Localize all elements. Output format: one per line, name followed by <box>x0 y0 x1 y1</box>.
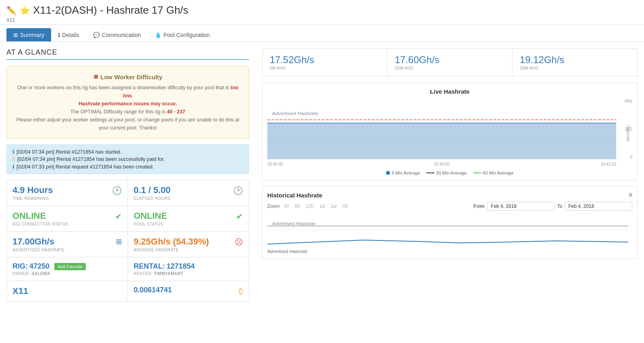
hashrate-30m: 19.12Gh/s 30M AVG <box>512 49 637 76</box>
summary-tab-icon: ⊞ <box>13 32 18 38</box>
stat-average-hashrate: 9.25Gh/s (54.39%) AVERAGE HASHRATE ☹ <box>128 232 249 257</box>
warning-icon: ⊗ <box>93 73 99 80</box>
page-header: ✏️ ⭐ X11-2(DASH) - Hashrate 17 Gh/s X11 <box>0 0 644 25</box>
legend-30min: 30 Min Average <box>426 170 466 175</box>
info-icon-1: ℹ <box>12 149 14 155</box>
tabs-bar: ⊞ Summary ℹ Details 💬 Communication 💧 Po… <box>0 25 644 42</box>
zoom-1w[interactable]: 1w <box>329 203 338 210</box>
star-icon[interactable]: ⭐ <box>20 6 30 15</box>
hashrate-15m-value: 17.60Gh/s <box>395 54 505 66</box>
notification-3: ℹ [02/04 07:33 pm] Rental request #12718… <box>12 164 243 170</box>
y-axis-title: Hashrate <box>626 125 630 142</box>
stat-time-remaining: 4.9 Hours TIME REMAINING 🕐 <box>7 180 128 205</box>
advertised-hashrate-value: 17.00Gh/s <box>12 236 122 247</box>
to-date-input[interactable] <box>565 202 632 211</box>
stat-elapsed-hours: 0.1 / 5.00 ELAPSED HOURS 🕐 <box>128 180 249 205</box>
checkmark-icon-1: ✔ <box>115 212 122 221</box>
live-chart-container: Live Hashrate 40G 20G 0 Hashrate A <box>262 83 638 181</box>
legend-line-30min <box>426 173 434 173</box>
zoom-6h[interactable]: 6h <box>293 203 301 210</box>
legend-label-30min: 30 Min Average <box>436 170 466 175</box>
rig-label: RIG: <box>12 262 28 271</box>
rental-renter: RENTER: TIMMYAMANT <box>134 271 243 276</box>
page-subtitle: X11 <box>6 17 638 23</box>
checkmark-icon-2: ✔ <box>236 212 243 221</box>
advertised-hashrate-label: ADVERTISED HASHRATE <box>12 248 122 252</box>
left-panel: AT A GLANCE ⊗ Low Worker Difficulty One … <box>0 42 256 308</box>
add-favorite-button[interactable]: Add Favorite <box>54 263 86 270</box>
sad-icon: ☹ <box>235 237 243 247</box>
section-title: AT A GLANCE <box>6 48 249 60</box>
y-label-40g: 40G <box>618 99 632 103</box>
from-label: From <box>473 203 485 209</box>
details-tab-icon: ℹ <box>58 32 60 38</box>
stat-rental: RENTAL: 1271854 RENTER: TIMMYAMANT <box>128 257 249 281</box>
hashrate-5m-label: 5M AVG <box>270 66 380 70</box>
hashrate-15m: 17.60Gh/s 15M AVG <box>388 49 512 76</box>
historical-chart-header: Historical Hashrate ≡ <box>267 191 632 199</box>
tab-pool-config[interactable]: 💧 Pool Configuration <box>148 28 217 41</box>
algo-value: X11 <box>12 286 122 296</box>
zoom-controls: Zoom 1h 6h 12h 1d 1w All <box>267 203 349 210</box>
notification-2: ₿ [02/04 07:34 pm] Rental #1271854 has b… <box>12 156 243 162</box>
menu-icon[interactable]: ≡ <box>629 191 632 199</box>
rental-label: RENTAL: <box>134 262 165 271</box>
warning-title: ⊗ Low Worker Difficulty <box>13 73 242 80</box>
rig-status-value: ONLINE <box>12 211 122 221</box>
communication-tab-label: Communication <box>102 32 141 38</box>
live-chart-svg: Advertised Hashrate <box>267 99 616 159</box>
rig-status-label: RIG CONNECTION STATUS <box>12 222 122 226</box>
svg-text:Advertised Hashrate: Advertised Hashrate <box>272 222 316 226</box>
zoom-1d[interactable]: 1d <box>318 203 326 210</box>
pool-status-value: ONLINE <box>134 211 243 221</box>
right-panel: 17.52Gh/s 5M AVG 17.60Gh/s 15M AVG 19.12… <box>256 42 644 308</box>
historical-chart-title: Historical Hashrate <box>267 192 322 199</box>
pool-status-label: POOL STATUS <box>134 222 243 226</box>
hashrate-15m-label: 15M AVG <box>395 66 505 70</box>
historical-chart-svg: Advertised Hashrate <box>267 214 628 246</box>
svg-marker-5 <box>267 123 616 159</box>
legend-60min: 60 Min Average <box>473 170 514 175</box>
x-label-3: 19:41:00 <box>601 162 616 166</box>
historical-advertised-label: Advertised Hashrate <box>267 249 628 254</box>
stat-pool-status: ONLINE POOL STATUS ✔ <box>128 206 249 231</box>
stats-grid: 4.9 Hours TIME REMAINING 🕐 0.1 / 5.00 EL… <box>6 180 249 302</box>
tab-details[interactable]: ℹ Details <box>51 28 86 41</box>
historical-chart-container: Historical Hashrate ≡ Zoom 1h 6h 12h 1d … <box>262 186 638 259</box>
pool-config-tab-label: Pool Configuration <box>163 32 210 38</box>
svg-text:Advertised Hashrate: Advertised Hashrate <box>272 111 318 116</box>
zoom-label: Zoom <box>267 203 280 209</box>
average-hashrate-label: AVERAGE HASHRATE <box>134 248 243 252</box>
legend-5min: 5 Min Average <box>386 170 420 175</box>
date-range: From To <box>473 202 632 211</box>
warning-box: ⊗ Low Worker Difficulty One or more work… <box>6 66 249 139</box>
chart-x-labels: 19:40:40 19:40:50 19:41:00 <box>267 160 616 168</box>
time-remaining-label: TIME REMAINING <box>12 196 122 201</box>
legend-line-60min <box>473 173 481 173</box>
price-value: 0.00614741 <box>134 286 243 294</box>
zoom-1h[interactable]: 1h <box>282 203 291 210</box>
x-label-1: 19:40:40 <box>267 162 283 166</box>
average-hashrate-value: 9.25Gh/s (54.39%) <box>134 236 243 247</box>
edit-icon[interactable]: ✏️ <box>6 6 17 15</box>
clock-icon-2: 🕐 <box>233 186 243 195</box>
elapsed-hours-value: 0.1 / 5.00 <box>134 185 243 195</box>
stat-algo: X11 <box>7 281 128 301</box>
main-content: AT A GLANCE ⊗ Low Worker Difficulty One … <box>0 42 644 308</box>
hashrate-5m-value: 17.52Gh/s <box>270 54 380 66</box>
chart-legend: 5 Min Average 30 Min Average 60 Min Aver… <box>267 170 632 175</box>
summary-tab-label: Summary <box>20 32 44 38</box>
tab-summary[interactable]: ⊞ Summary <box>6 28 51 41</box>
title-text: X11-2(DASH) - Hashrate 17 Gh/s <box>33 4 188 16</box>
notifications-box: ℹ [02/04 07:34 pm] Rental #1271854 has s… <box>6 144 249 174</box>
rental-value: 1271854 <box>167 262 195 271</box>
stat-rig-id: RIG: 47250 Add Favorite OWNER: SALOMA <box>7 257 128 281</box>
hashrate-30m-value: 19.12Gh/s <box>520 54 630 66</box>
zoom-all[interactable]: All <box>341 203 349 210</box>
from-date-input[interactable] <box>487 202 555 211</box>
rig-value: 47250 <box>29 262 50 271</box>
zoom-12h[interactable]: 12h <box>304 203 315 210</box>
pool-config-tab-icon: 💧 <box>155 32 161 38</box>
rig-owner: OWNER: SALOMA <box>12 271 122 276</box>
tab-communication[interactable]: 💬 Communication <box>86 28 148 41</box>
